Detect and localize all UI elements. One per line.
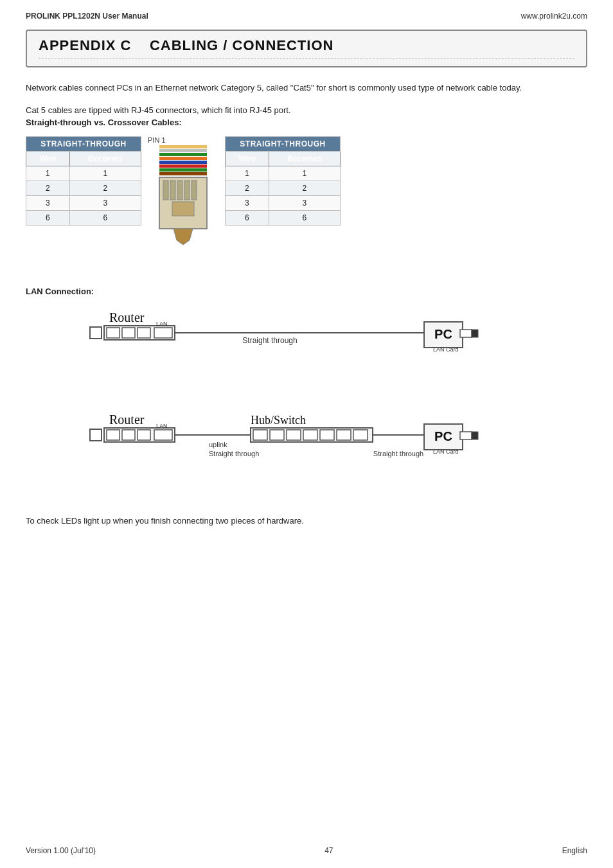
svg-rect-57	[472, 432, 478, 439]
table-row: 3	[226, 195, 269, 210]
table-row: 1	[269, 166, 340, 181]
svg-rect-44	[253, 430, 267, 440]
section-heading: Straight-through vs. Crossover Cables:	[26, 118, 587, 127]
table-row: 1	[69, 166, 141, 181]
svg-rect-56	[460, 432, 472, 439]
svg-rect-3	[159, 157, 207, 160]
svg-rect-20	[122, 328, 135, 338]
svg-rect-32	[90, 429, 102, 441]
svg-text:LAN Card: LAN Card	[433, 346, 459, 353]
svg-rect-10	[170, 181, 175, 200]
svg-text:LAN: LAN	[156, 321, 168, 327]
svg-rect-17	[90, 327, 102, 339]
svg-text:Hub/Switch: Hub/Switch	[251, 414, 306, 427]
svg-rect-50	[353, 430, 368, 440]
right-table-header: STRAIGHT-THROUGH	[226, 136, 341, 151]
svg-rect-29	[460, 330, 472, 337]
closing-text: To check LEDs light up when you finish c…	[26, 515, 587, 528]
svg-rect-35	[122, 430, 135, 440]
footer-page: 47	[324, 846, 333, 855]
left-col2-header: Becomes	[69, 151, 141, 166]
rj45-connector-diagram: PIN 1	[141, 136, 225, 267]
svg-rect-0	[159, 145, 207, 148]
lan-heading: LAN Connection:	[26, 287, 587, 296]
svg-text:Straight through: Straight through	[242, 336, 297, 345]
svg-text:Router: Router	[109, 310, 145, 324]
svg-text:PC: PC	[434, 327, 452, 341]
table-row: 6	[226, 210, 269, 225]
table-row: 2	[69, 181, 141, 195]
footer-version: Version 1.00 (Jul'10)	[26, 846, 96, 855]
table-row: 3	[69, 195, 141, 210]
appendix-header-box: APPENDIX C CABLING / CONNECTION	[26, 30, 587, 67]
table-row: 2	[269, 181, 340, 195]
svg-rect-14	[172, 202, 194, 216]
svg-rect-12	[184, 181, 190, 200]
svg-text:Straight through: Straight through	[373, 450, 423, 457]
svg-text:LAN: LAN	[156, 423, 168, 429]
table-row: 1	[26, 166, 70, 181]
svg-rect-4	[159, 161, 207, 164]
table-row: 6	[269, 210, 340, 225]
rj45-svg	[154, 145, 212, 267]
svg-rect-30	[472, 330, 478, 337]
svg-rect-21	[138, 328, 150, 338]
svg-text:Straight through: Straight through	[209, 450, 259, 457]
intro-paragraph1: Network cables connect PCs in an Etherne…	[26, 82, 587, 95]
table-row: 3	[269, 195, 340, 210]
table-row: 1	[226, 166, 269, 181]
page-footer: Version 1.00 (Jul'10) 47 English	[26, 846, 587, 855]
svg-rect-2	[159, 153, 207, 156]
lan-diagram1: Router LAN Straight through PC LAN Card	[26, 308, 587, 387]
svg-rect-49	[337, 430, 351, 440]
svg-rect-47	[303, 430, 317, 440]
table-row: 6	[69, 210, 141, 225]
footer-language: English	[562, 846, 587, 855]
svg-rect-45	[270, 430, 284, 440]
divider	[39, 58, 574, 58]
cabling-diagram-section: STRAIGHT-THROUGH Wire Becomes 11 22 33 6…	[26, 136, 587, 267]
svg-marker-15	[173, 229, 193, 245]
lan-connection-section: LAN Connection: Router LAN Straight thro…	[26, 287, 587, 495]
svg-rect-19	[107, 328, 120, 338]
left-col1-header: Wire	[26, 151, 70, 166]
svg-rect-7	[159, 172, 207, 175]
svg-rect-48	[320, 430, 334, 440]
svg-rect-13	[191, 181, 197, 200]
lan-diagram1-svg: Router LAN Straight through PC LAN Card	[64, 308, 553, 385]
svg-text:Router: Router	[109, 412, 145, 427]
table-row: 2	[26, 181, 70, 195]
svg-rect-1	[159, 149, 207, 152]
right-col2-header: Becomes	[269, 151, 340, 166]
svg-rect-5	[159, 164, 207, 168]
table-row: 2	[226, 181, 269, 195]
right-col1-header: Wire	[226, 151, 269, 166]
svg-rect-36	[138, 430, 150, 440]
pin-label: PIN 1	[147, 136, 166, 144]
left-table-header: STRAIGHT-THROUGH	[26, 136, 141, 151]
lan-diagram2-svg: Router LAN uplink Straight through Hub/S…	[64, 410, 553, 493]
lan-diagram2: Router LAN uplink Straight through Hub/S…	[26, 410, 587, 495]
svg-text:uplink: uplink	[209, 441, 227, 448]
svg-text:LAN Card: LAN Card	[433, 448, 459, 455]
svg-rect-9	[163, 181, 168, 200]
svg-rect-6	[159, 168, 207, 172]
svg-rect-34	[107, 430, 120, 440]
manual-title: PROLiNK PPL1202N User Manual	[26, 12, 148, 21]
left-cable-table: STRAIGHT-THROUGH Wire Becomes 11 22 33 6…	[26, 136, 141, 226]
website-url: www.prolink2u.com	[521, 12, 587, 21]
table-row: 6	[26, 210, 70, 225]
appendix-title: APPENDIX C CABLING / CONNECTION	[39, 37, 574, 54]
right-cable-table: STRAIGHT-THROUGH Wire Becomes 11 22 33 6…	[225, 136, 341, 226]
svg-text:PC: PC	[434, 429, 452, 443]
page-header: PROLiNK PPL1202N User Manual www.prolink…	[26, 12, 587, 21]
table-row: 3	[26, 195, 70, 210]
svg-rect-37	[154, 430, 172, 440]
intro-paragraph2: Cat 5 cables are tipped with RJ-45 conne…	[26, 105, 587, 115]
svg-rect-22	[154, 328, 172, 338]
svg-rect-11	[177, 181, 182, 200]
svg-rect-46	[287, 430, 301, 440]
